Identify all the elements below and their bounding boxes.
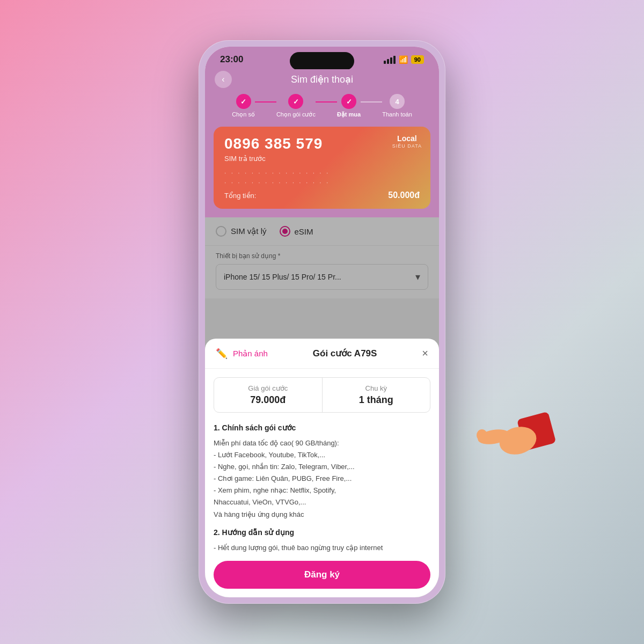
modal-header: ✏️ Phản ánh Gói cước A79S × [205, 339, 439, 369]
cycle-label: Chu kỳ [331, 384, 422, 392]
sim-logo-text: Local [392, 134, 422, 143]
policy-heading: 1. Chính sách gói cước [214, 423, 430, 432]
svg-point-3 [477, 429, 487, 441]
step-1-circle: ✓ [236, 94, 251, 109]
step-line-2 [316, 101, 337, 103]
phone-shell: 23:00 📶 90 ‹ Sim điện thoại ✓ Chọ [199, 40, 445, 604]
app-header: ‹ Sim điện thoại [205, 69, 439, 94]
step-line-1 [255, 101, 276, 103]
sim-dots2: · · · · · · · · · · · · · · · · [224, 179, 420, 186]
sim-type-label: SIM trả trước [224, 155, 420, 163]
price-cycle-row: Giá gói cước 79.000đ Chu kỳ 1 tháng [214, 377, 430, 413]
hand-pointer-decoration [472, 400, 558, 472]
sim-total-label: Tổng tiền: [224, 192, 256, 200]
guide-body: - Hết dung lượng gói, thuê bao ngừng tru… [214, 542, 430, 554]
hand-pointer-icon [472, 400, 558, 470]
battery-indicator: 90 [411, 55, 424, 64]
cycle-box: Chu kỳ 1 tháng [323, 378, 430, 412]
sim-logo: Local SIÊU DATA [392, 134, 422, 149]
sim-number: 0896 385 579 [224, 135, 420, 152]
sim-total-row: Tổng tiền: 50.000đ [224, 191, 420, 200]
price-box: Giá gói cước 79.000đ [214, 378, 323, 412]
step-2-circle: ✓ [288, 94, 303, 109]
page-title: Sim điện thoại [291, 74, 353, 85]
step-3-circle: ✓ [341, 94, 356, 109]
price-value: 79.000đ [223, 394, 313, 406]
step-2-label: Chọn gói cước [276, 111, 316, 118]
main-content: SIM vật lý eSIM Thiết bị bạn sử dụng * i… [205, 217, 439, 597]
step-4: 4 Thanh toán [382, 94, 412, 118]
phone-screen: 23:00 📶 90 ‹ Sim điện thoại ✓ Chọ [205, 47, 439, 597]
status-time: 23:00 [220, 54, 243, 65]
guide-heading: 2. Hướng dẫn sử dụng [214, 528, 430, 537]
step-3: ✓ Đặt mua [337, 94, 361, 118]
dynamic-island [290, 52, 354, 70]
step-2: ✓ Chọn gói cước [276, 94, 316, 118]
status-icons: 📶 90 [384, 55, 424, 64]
step-line-3 [361, 101, 382, 103]
cycle-value: 1 tháng [331, 394, 422, 406]
wifi-icon: 📶 [399, 55, 408, 64]
step-1-label: Chọn số [232, 111, 255, 118]
policy-content: 1. Chính sách gói cước Miễn phí data tốc… [205, 421, 439, 561]
modal-sheet: ✏️ Phản ánh Gói cước A79S × Giá gói cước… [205, 339, 439, 597]
step-4-circle: 4 [390, 94, 405, 109]
modal-title: Gói cước A79S [273, 348, 416, 359]
sim-card: Local SIÊU DATA 0896 385 579 SIM trả trư… [214, 127, 430, 209]
status-bar: 23:00 📶 90 [205, 47, 439, 69]
policy-body: Miễn phí data tốc độ cao( 90 GB/tháng): … [214, 437, 430, 521]
price-label: Giá gói cước [223, 384, 313, 392]
sim-total-amount: 50.000đ [388, 191, 420, 200]
signal-icon [384, 56, 396, 64]
register-button[interactable]: Đăng ký [214, 561, 430, 589]
sim-card-area: Local SIÊU DATA 0896 385 579 SIM trả trư… [205, 127, 439, 217]
svg-point-1 [496, 423, 540, 458]
feedback-icon: ✏️ [216, 348, 228, 360]
guide-section: 2. Hướng dẫn sử dụng - Hết dung lượng gó… [214, 528, 430, 554]
step-4-label: Thanh toán [382, 111, 412, 118]
progress-stepper: ✓ Chọn số ✓ Chọn gói cước ✓ Đặt mua 4 Th… [205, 94, 439, 127]
back-button[interactable]: ‹ [215, 71, 232, 88]
register-button-container: Đăng ký [205, 561, 439, 597]
svg-point-2 [477, 427, 511, 447]
step-1: ✓ Chọn số [232, 94, 255, 118]
feedback-link[interactable]: Phản ánh [233, 349, 268, 358]
close-button[interactable]: × [422, 347, 428, 360]
sim-dots1: · · · · · · · · · · · · · · · · [224, 169, 420, 177]
policy-section-1: 1. Chính sách gói cước Miễn phí data tốc… [214, 423, 430, 521]
sim-logo-sub: SIÊU DATA [392, 143, 422, 149]
step-3-label: Đặt mua [337, 111, 361, 118]
svg-rect-0 [517, 412, 556, 451]
